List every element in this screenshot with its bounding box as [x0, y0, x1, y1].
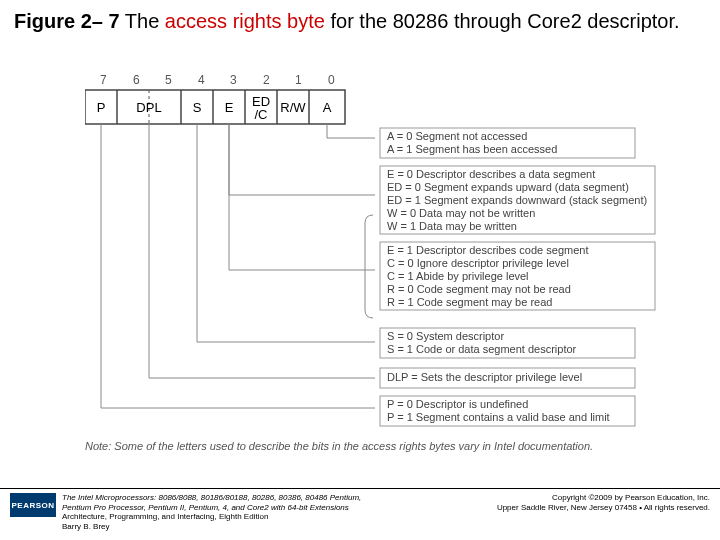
cell-a: A	[323, 100, 332, 115]
cell-rw: R/W	[280, 100, 306, 115]
d-line4: W = 1 Data may be written	[387, 220, 517, 232]
bit-3: 3	[230, 73, 237, 87]
dlp-line0: DLP = Sets the descriptor privilege leve…	[387, 371, 582, 383]
p-line1: P = 1 Segment contains a valid base and …	[387, 411, 610, 423]
pearson-logo: PEARSON	[10, 493, 56, 517]
bit-7: 7	[100, 73, 107, 87]
c-line1: C = 0 Ignore descriptor privilege level	[387, 257, 569, 269]
cell-e: E	[225, 100, 234, 115]
access-rights-diagram: 7 6 5 4 3 2 1 0 P DPL S E ED /C R/W A A …	[85, 70, 665, 470]
d-line2: ED = 1 Segment expands downward (stack s…	[387, 194, 647, 206]
bit-0: 0	[328, 73, 335, 87]
d-line3: W = 0 Data may not be written	[387, 207, 535, 219]
d-line0: E = 0 Descriptor describes a data segmen…	[387, 168, 595, 180]
bit-1: 1	[295, 73, 302, 87]
c-line4: R = 1 Code segment may be read	[387, 296, 552, 308]
byte-frame	[85, 90, 345, 124]
route-e-code	[229, 124, 375, 270]
cell-s: S	[193, 100, 202, 115]
bit-4: 4	[198, 73, 205, 87]
route-a	[327, 124, 375, 138]
p-line0: P = 0 Descriptor is undefined	[387, 398, 528, 410]
c-line3: R = 0 Code segment may not be read	[387, 283, 571, 295]
c-line2: C = 1 Abide by privilege level	[387, 270, 529, 282]
cell-p: P	[97, 100, 106, 115]
caption-part1: The	[120, 10, 165, 32]
copyright: Copyright ©2009 by Pearson Education, In…	[497, 493, 710, 512]
figure-note: Note: Some of the letters used to descri…	[85, 440, 593, 452]
a-line1: A = 1 Segment has been accessed	[387, 143, 557, 155]
route-s	[197, 124, 375, 342]
route-p	[101, 124, 375, 408]
d-line1: ED = 0 Segment expands upward (data segm…	[387, 181, 629, 193]
cell-edc2: /C	[255, 107, 268, 122]
figure-number: Figure 2– 7	[14, 10, 120, 32]
s-line0: S = 0 System descriptor	[387, 330, 504, 342]
figure-caption: Figure 2– 7 The access rights byte for t…	[0, 0, 720, 34]
brace-e-group	[365, 215, 373, 318]
route-e-data	[229, 124, 375, 195]
page-footer: PEARSON The Intel Microprocessors: 8086/…	[0, 488, 720, 540]
caption-highlight: access rights byte	[165, 10, 325, 32]
c-line0: E = 1 Descriptor describes code segment	[387, 244, 588, 256]
bit-6: 6	[133, 73, 140, 87]
bit-5: 5	[165, 73, 172, 87]
book-citation: The Intel Microprocessors: 8086/8088, 80…	[62, 493, 361, 531]
caption-part2: for the 80286 through Core2 descriptor.	[325, 10, 680, 32]
cell-dpl: DPL	[136, 100, 161, 115]
a-line0: A = 0 Segment not accessed	[387, 130, 527, 142]
bit-2: 2	[263, 73, 270, 87]
route-dpl	[149, 124, 375, 378]
s-line1: S = 1 Code or data segment descriptor	[387, 343, 577, 355]
